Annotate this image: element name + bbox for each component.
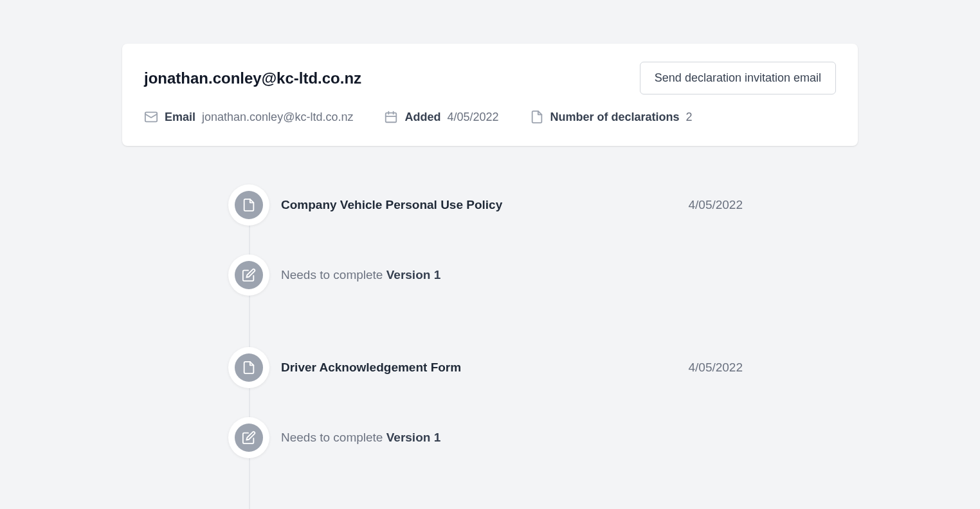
edit-icon (242, 268, 256, 282)
declaration-version: Version 1 (386, 431, 441, 444)
declaration-title: Company Vehicle Personal Use Policy (281, 198, 502, 212)
declaration-status: Needs to complete (281, 431, 386, 444)
timeline-item: Driver Acknowledgement Form 4/05/2022 (228, 347, 743, 417)
timeline-connector (249, 458, 250, 509)
document-icon (242, 361, 256, 375)
timeline-connector (249, 226, 250, 254)
declaration-date: 4/05/2022 (688, 361, 743, 375)
meta-declarations-label: Number of declarations (550, 111, 680, 124)
timeline-item: Needs to complete Version 1 (228, 254, 743, 347)
meta-row: Email jonathan.conley@kc-ltd.co.nz Added… (144, 110, 836, 124)
timeline-bubble (228, 184, 269, 226)
timeline-bubble (228, 417, 269, 458)
document-icon (242, 198, 256, 212)
edit-icon (242, 431, 256, 445)
meta-email-label: Email (165, 111, 195, 124)
timeline-connector (249, 296, 250, 347)
timeline-connector (249, 388, 250, 417)
meta-declarations: Number of declarations 2 (530, 110, 693, 124)
declaration-title: Driver Acknowledgement Form (281, 361, 461, 375)
timeline-bubble (228, 347, 269, 388)
declaration-status: Needs to complete (281, 268, 386, 281)
timeline-bubble (228, 254, 269, 296)
meta-added-value: 4/05/2022 (447, 111, 498, 124)
declaration-version: Version 1 (386, 268, 441, 281)
meta-added-label: Added (404, 111, 440, 124)
timeline-item: Company Vehicle Personal Use Policy 4/05… (228, 184, 743, 254)
mail-icon (144, 110, 158, 124)
timeline: Company Vehicle Personal Use Policy 4/05… (228, 184, 743, 509)
timeline-item: Needs to complete Version 1 (228, 417, 743, 509)
meta-email-value: jonathan.conley@kc-ltd.co.nz (202, 111, 353, 124)
send-declaration-invitation-button[interactable]: Send declaration invitation email (640, 62, 836, 94)
calendar-icon (384, 110, 398, 124)
page-title: jonathan.conley@kc-ltd.co.nz (144, 69, 361, 87)
declaration-date: 4/05/2022 (688, 198, 743, 212)
meta-declarations-value: 2 (686, 111, 693, 124)
meta-added: Added 4/05/2022 (384, 110, 498, 124)
user-header-card: jonathan.conley@kc-ltd.co.nz Send declar… (122, 44, 858, 146)
file-icon (530, 110, 544, 124)
svg-rect-1 (386, 113, 397, 123)
meta-email: Email jonathan.conley@kc-ltd.co.nz (144, 110, 353, 124)
